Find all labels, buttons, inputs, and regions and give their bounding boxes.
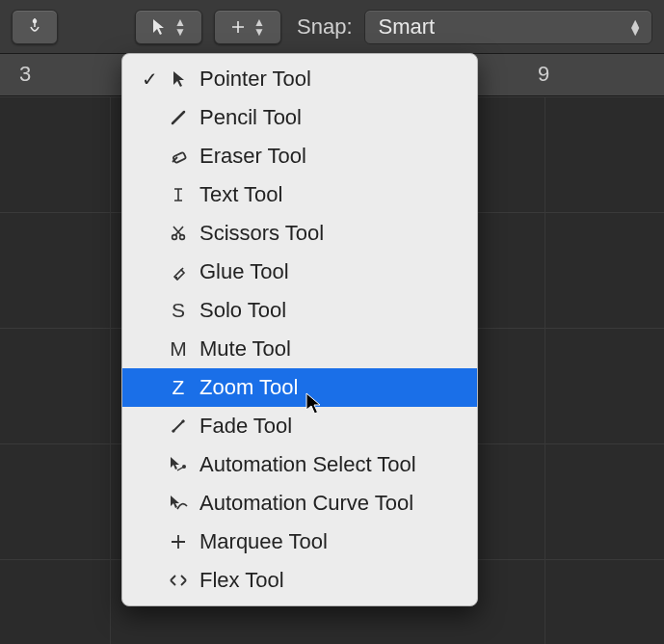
text-icon [163,186,194,203]
autosel-icon [163,456,194,473]
menu-item-fade-tool[interactable]: Fade Tool [122,407,477,445]
left-tool-dropdown[interactable]: ▲▼ [135,10,202,44]
eraser-icon [163,148,194,165]
pointer-icon [151,18,167,36]
menu-item-label: Text Tool [194,182,282,207]
menu-item-automation-curve-tool[interactable]: Automation Curve Tool [122,484,477,523]
glue-icon [163,263,194,281]
snap-value: Smart [379,14,436,40]
pencil-icon [163,109,194,126]
svg-point-7 [172,429,174,432]
autocrv-icon [163,495,194,512]
menu-item-label: Automation Select Tool [194,452,416,477]
ruler-marker: 9 [538,62,549,87]
M-icon: M [163,337,194,361]
updown-icon: ▲▼ [628,19,642,35]
svg-point-0 [33,18,38,23]
menu-item-label: Mute Tool [194,336,291,362]
menu-item-solo-tool[interactable]: SSolo Tool [122,291,477,330]
menu-item-text-tool[interactable]: Text Tool [122,175,477,214]
right-tool-dropdown[interactable]: ▲▼ [214,10,281,44]
menu-item-pencil-tool[interactable]: Pencil Tool [122,98,477,137]
scissors-icon [163,225,194,242]
fade-icon [163,417,194,435]
menu-item-automation-select-tool[interactable]: Automation Select Tool [122,445,477,484]
svg-point-8 [181,419,184,422]
snap-select[interactable]: Smart ▲▼ [364,10,653,44]
menu-item-label: Flex Tool [194,568,284,593]
menu-item-flex-tool[interactable]: Flex Tool [122,561,477,600]
marquee-small-icon [230,19,246,35]
menu-item-label: Pointer Tool [194,67,311,92]
ruler-marker: 3 [19,62,31,87]
menu-item-mute-tool[interactable]: MMute Tool [122,330,477,368]
catch-playhead-icon [25,17,44,37]
svg-point-5 [175,277,177,279]
menu-item-label: Glue Tool [194,259,289,284]
menu-item-label: Solo Tool [194,298,286,323]
svg-line-1 [173,112,184,123]
tool-menu: ✓Pointer ToolPencil ToolEraser ToolText … [121,53,478,606]
pointer-icon [163,70,194,88]
S-icon: S [163,299,194,322]
menu-item-glue-tool[interactable]: Glue Tool [122,253,477,291]
menu-item-label: Zoom Tool [194,375,298,400]
menu-item-eraser-tool[interactable]: Eraser Tool [122,137,477,175]
Z-icon: Z [163,376,194,399]
menu-item-label: Fade Tool [194,414,292,439]
check-icon: ✓ [136,67,163,91]
menu-item-label: Automation Curve Tool [194,491,413,516]
menu-item-zoom-tool[interactable]: ZZoom Tool [122,368,477,407]
marquee-icon [163,534,194,550]
toolbar: ▲▼ ▲▼ Snap: Smart ▲▼ [0,0,664,54]
dropdown-chevrons-icon: ▲▼ [174,17,186,37]
menu-item-label: Eraser Tool [194,144,306,169]
menu-item-marquee-tool[interactable]: Marquee Tool [122,523,477,561]
menu-item-label: Scissors Tool [194,221,324,246]
menu-item-label: Pencil Tool [194,105,302,130]
flex-icon [163,573,194,588]
menu-item-pointer-tool[interactable]: ✓Pointer Tool [122,60,477,98]
menu-item-scissors-tool[interactable]: Scissors Tool [122,214,477,253]
snap-label: Snap: [297,14,353,40]
svg-rect-2 [173,152,186,163]
menu-item-label: Marquee Tool [194,529,328,554]
dropdown-chevrons-icon: ▲▼ [253,17,265,37]
catch-playhead-button[interactable] [12,10,58,44]
